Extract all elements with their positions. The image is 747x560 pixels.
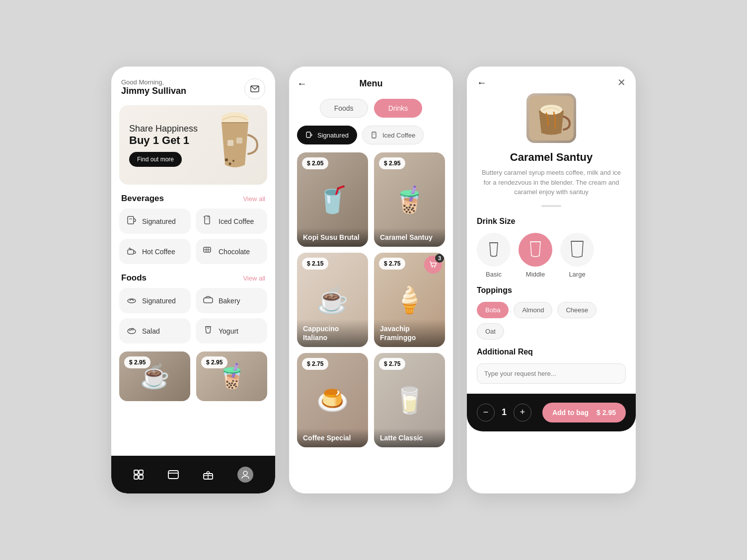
javachip-cart-badge[interactable]: 3 [424, 256, 442, 274]
banner-cta-button[interactable]: Find out more [129, 152, 182, 167]
food-cat-salad[interactable]: Salad [119, 318, 191, 344]
svg-rect-30 [168, 471, 178, 479]
tab-drinks[interactable]: Drinks [374, 99, 423, 118]
svg-rect-19 [204, 298, 213, 303]
svg-rect-3 [236, 138, 242, 143]
user-name: Jimmy Sullivan [121, 86, 186, 96]
beverages-section-header: Beverages View all [111, 185, 275, 209]
nav-profile[interactable] [233, 463, 257, 487]
cat-tab-iced-coffee[interactable]: Iced Coffee [362, 126, 424, 144]
menu-item-caramel-santuy[interactable]: 🧋 $ 2.95 Caramel Santuy [374, 152, 445, 247]
detail-close-button[interactable]: ✕ [617, 76, 626, 88]
size-basic[interactable]: Basic [477, 233, 511, 278]
mail-button[interactable] [244, 78, 265, 99]
beverages-title: Beverages [121, 194, 164, 204]
featured-products: $ 2.95 ☕ $ 2.95 🧋 [111, 351, 275, 401]
qty-increase-button[interactable]: + [514, 404, 531, 421]
food-sig-icon [126, 294, 137, 307]
svg-rect-13 [128, 250, 134, 254]
cappucino-name: Cappucino Italiano [303, 324, 362, 342]
svg-line-12 [208, 216, 209, 217]
menu-item-6[interactable]: 🥛 $ 2.75 Latte Classic [374, 353, 445, 447]
item6-name: Latte Classic [380, 433, 439, 442]
topping-cheese[interactable]: Cheese [557, 302, 597, 318]
banner-title: Share Happiness [129, 124, 198, 134]
salad-icon [126, 324, 137, 338]
toppings-section: Toppings Boba Almond Cheese Oat [467, 286, 636, 348]
menu-item-cappucino[interactable]: ☕ $ 2.15 Cappucino Italiano [297, 253, 368, 347]
bakery-icon [203, 294, 214, 307]
bev-cat-chocolate[interactable]: Chocolate [196, 239, 267, 264]
signatured-icon [126, 214, 137, 228]
size-basic-label: Basic [486, 271, 502, 278]
foods-section-header: Foods View all [111, 264, 275, 288]
detail-back-button[interactable]: ← [477, 77, 487, 88]
topping-almond[interactable]: Almond [514, 302, 552, 318]
size-large[interactable]: Large [560, 233, 594, 278]
food-cat-yogurt[interactable]: Yogurt [196, 318, 267, 344]
chocolate-icon [203, 245, 214, 258]
bev-cat-iced-coffee[interactable]: Iced Coffee [196, 209, 267, 234]
menu-item-javachip[interactable]: 🍦 $ 2.75 Javachip Framinggo 3 [374, 253, 445, 347]
item5-name: Coffee Special [303, 433, 362, 442]
greeting-text: Good Morning, [121, 78, 186, 86]
foods-title: Foods [121, 273, 147, 283]
product-name: Caramel Santuy [467, 151, 636, 164]
nav-gifts[interactable] [199, 465, 218, 484]
add-to-bag-button[interactable]: Add to bag $ 2.95 [542, 403, 626, 422]
menu-title: Menu [360, 78, 383, 89]
product-card-2[interactable]: $ 2.95 🧋 [196, 351, 267, 401]
banner-offer: Buy 1 Get 1 [129, 134, 198, 147]
cappucino-price: $ 2.15 [302, 258, 328, 270]
product-1-price: $ 2.95 [124, 356, 150, 368]
size-options-group: Basic Middle Large [477, 233, 626, 278]
topping-boba[interactable]: Boba [477, 302, 509, 318]
nav-home[interactable] [129, 465, 148, 484]
cat-tab-signatured[interactable]: Signatured [297, 126, 357, 144]
banner-image [200, 105, 267, 185]
bev-iced-coffee-label: Iced Coffee [219, 217, 254, 225]
beverages-view-all[interactable]: View all [243, 195, 265, 203]
caramel-santuy-name: Caramel Santuy [380, 233, 439, 242]
food-cat-signatured[interactable]: Signatured [119, 288, 191, 313]
svg-point-5 [229, 163, 231, 165]
svg-point-6 [232, 160, 234, 162]
additional-req-section: Additional Req [467, 348, 636, 392]
bottom-navigation [111, 456, 275, 493]
additional-req-input[interactable] [477, 363, 626, 384]
food-bakery-label: Bakery [219, 297, 240, 305]
menu-item-kopi-susu[interactable]: 🥤 $ 2.05 Kopi Susu Brutal [297, 152, 368, 247]
product-detail-content: ← ✕ Caramel Santu [467, 67, 636, 431]
food-cat-bakery[interactable]: Bakery [196, 288, 267, 313]
product-image [526, 93, 576, 143]
toppings-options: Boba Almond Cheese Oat [477, 302, 626, 340]
drink-size-label: Drink Size [477, 217, 626, 226]
bev-chocolate-label: Chocolate [219, 248, 250, 256]
menu-header: ← Menu [289, 67, 453, 95]
javachip-price: $ 2.75 [379, 258, 405, 270]
menu-back-button[interactable]: ← [297, 78, 307, 89]
qty-value: 1 [502, 407, 507, 418]
kopi-susu-price: $ 2.05 [302, 157, 328, 169]
iced-coffee-icon [203, 214, 214, 228]
product-card-1[interactable]: $ 2.95 ☕ [119, 351, 190, 401]
tab-foods[interactable]: Foods [320, 99, 368, 118]
item5-price: $ 2.75 [302, 358, 328, 370]
qty-decrease-button[interactable]: − [477, 404, 495, 421]
yogurt-icon [203, 324, 214, 338]
svg-rect-2 [227, 140, 233, 146]
food-salad-label: Salad [142, 327, 160, 335]
menu-item-5[interactable]: 🍮 $ 2.75 Coffee Special [297, 353, 368, 447]
foods-grid: Signatured Bakery Salad Yogurt [111, 288, 275, 344]
bev-cat-signatured[interactable]: Signatured [119, 209, 191, 234]
menu-category-tabs: Signatured Iced Coffee [289, 126, 453, 152]
topping-oat[interactable]: Oat [477, 323, 504, 340]
size-middle[interactable]: Middle [519, 233, 552, 278]
add-to-bag-price: $ 2.95 [597, 409, 616, 417]
foods-view-all[interactable]: View all [243, 275, 265, 282]
bev-cat-hot-coffee[interactable]: Hot Coffee [119, 239, 191, 264]
nav-payment[interactable] [164, 466, 183, 483]
hot-coffee-icon [126, 245, 137, 258]
cart-badge-count: 3 [435, 254, 444, 263]
banner-content: Share Happiness Buy 1 Get 1 Find out mor… [119, 114, 208, 177]
